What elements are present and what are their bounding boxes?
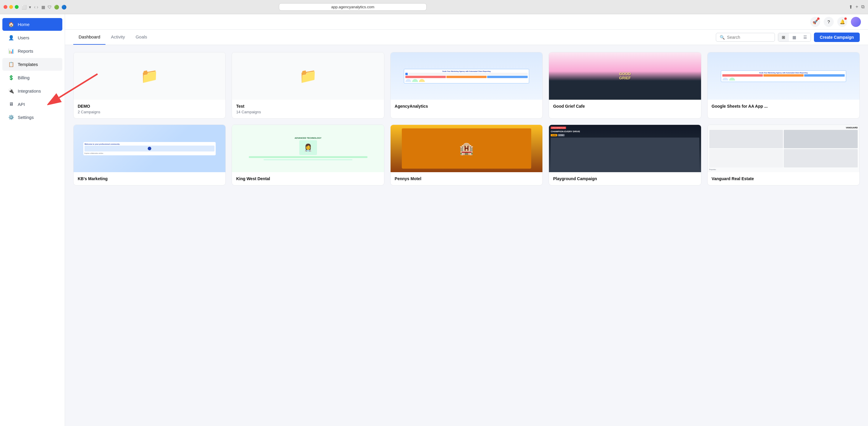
notifications-badge — [844, 18, 847, 20]
sidebar: 🏠 Home 👤 Users 📊 Reports 📋 Templates 💲 B… — [0, 14, 65, 426]
card-title-google: Google Sheets for AA App ... — [712, 104, 855, 109]
sidebar-label-settings: Settings — [18, 115, 34, 120]
goodgrief-text: GOODGRIEF — [619, 72, 631, 81]
sidebar-item-settings[interactable]: ⚙️ Settings — [2, 111, 62, 124]
card-thumb-king: ADVANCED TECHNOLOGY 👩‍⚕️ — [232, 125, 384, 172]
card-body-vanguard: Vanguard Real Estate — [708, 172, 860, 185]
sidebar-label-api: API — [18, 102, 25, 107]
sidebar-item-home[interactable]: 🏠 Home — [2, 18, 62, 31]
traffic-lights — [4, 5, 19, 9]
sidebar-item-reports[interactable]: 📊 Reports — [2, 45, 62, 57]
sidebar-label-users: Users — [18, 35, 29, 40]
sidebar-item-integrations[interactable]: 🔌 Integrations — [2, 85, 62, 97]
folder-icon-test: 📁 — [299, 68, 317, 84]
campaign-card-test[interactable]: 📁 Test 14 Campaigns — [231, 52, 384, 119]
card-title-agency: AgencyAnalytics — [395, 104, 538, 109]
search-area: 🔍 ⊞ ▦ ☰ Create Campaign — [716, 32, 860, 42]
dropdown-icon[interactable]: ▾ — [29, 5, 31, 9]
close-button[interactable] — [4, 5, 7, 9]
card-thumb-google: Scale Your Marketing Agency with Automat… — [708, 52, 860, 100]
card-body-demo: DEMO 2 Campaigns — [73, 100, 225, 118]
campaign-card-kb[interactable]: Welcome to your professional community E… — [73, 124, 226, 186]
rocket-badge — [817, 18, 819, 20]
browser-controls: ⬜ ▾ — [22, 5, 31, 9]
sidebar-label-billing: Billing — [18, 75, 30, 80]
windows-icon[interactable]: ⧉ — [861, 4, 864, 10]
view-list-button[interactable]: ☰ — [800, 33, 811, 41]
card-title-kb: KB's Marketing — [78, 176, 221, 181]
card-thumb-demo: 📁 — [73, 52, 225, 100]
card-title-vanguard: Vanguard Real Estate — [712, 176, 855, 181]
users-icon: 👤 — [8, 35, 14, 40]
app-header: 🚀 ? 🔔 — [65, 14, 868, 30]
sidebar-item-billing[interactable]: 💲 Billing — [2, 71, 62, 84]
integrations-icon: 🔌 — [8, 88, 14, 94]
content-header: Dashboard Activity Goals 🔍 ⊞ ▦ ☰ Create … — [65, 30, 868, 45]
nav-arrows: ‹ › — [34, 4, 38, 10]
card-title-demo: DEMO — [78, 104, 221, 109]
avatar-image — [851, 17, 861, 27]
create-campaign-button[interactable]: Create Campaign — [814, 32, 860, 42]
grid-area: 📁 DEMO 2 Campaigns 📁 Test 14 Campaigns — [65, 45, 868, 426]
campaign-card-demo[interactable]: 📁 DEMO 2 Campaigns — [73, 52, 226, 119]
view-folder-button[interactable]: ▦ — [789, 33, 800, 41]
tab-goals[interactable]: Goals — [130, 30, 152, 45]
campaign-grid: 📁 DEMO 2 Campaigns 📁 Test 14 Campaigns — [73, 52, 860, 186]
address-bar[interactable]: app.agencyanalytics.com — [279, 3, 427, 11]
home-icon: 🏠 — [8, 22, 14, 27]
card-body-test: Test 14 Campaigns — [232, 100, 384, 118]
new-tab-icon[interactable]: + — [856, 4, 858, 10]
user-avatar[interactable] — [851, 17, 861, 27]
forward-icon[interactable]: › — [37, 4, 38, 10]
back-icon[interactable]: ‹ — [34, 4, 35, 10]
sidebar-toggle-icon[interactable]: ⬜ — [22, 5, 27, 9]
share-icon[interactable]: ⬆ — [849, 4, 852, 10]
sidebar-label-home: Home — [18, 22, 30, 27]
card-title-playground: Playground Campaign — [553, 176, 696, 181]
view-toggles: ⊞ ▦ ☰ — [778, 33, 811, 42]
sidebar-item-api[interactable]: 🖥 API — [2, 98, 62, 110]
card-body-google: Google Sheets for AA App ... — [708, 100, 860, 113]
minimize-button[interactable] — [9, 5, 13, 9]
extension-2-icon: 🛡 — [48, 5, 52, 9]
api-icon: 🖥 — [8, 102, 14, 107]
help-button[interactable]: ? — [824, 17, 834, 27]
rocket-button[interactable]: 🚀 — [810, 17, 820, 27]
tab-activity[interactable]: Activity — [105, 30, 130, 45]
tab-dashboard[interactable]: Dashboard — [73, 30, 105, 45]
search-input[interactable] — [727, 35, 771, 40]
extensions: ▦ 🛡 🟢 🔵 — [41, 5, 66, 9]
card-thumb-kb: Welcome to your professional community E… — [73, 125, 225, 172]
sidebar-item-templates[interactable]: 📋 Templates — [2, 58, 62, 71]
reports-icon: 📊 — [8, 48, 14, 54]
sidebar-label-reports: Reports — [18, 49, 33, 54]
card-thumb-goodgrief: GOODGRIEF — [549, 52, 701, 100]
browser-actions: ⬆ + ⧉ — [849, 4, 864, 10]
card-thumb-playground: CHECKERED FLAG CHAMPION EVERY DRIVE 4.19… — [549, 125, 701, 172]
view-grid-button[interactable]: ⊞ — [778, 33, 789, 41]
campaign-card-pennys[interactable]: 🏨 Pennys Motel — [390, 124, 543, 186]
card-count-demo: 2 Campaigns — [78, 110, 221, 114]
card-title-test: Test — [236, 104, 380, 109]
card-body-playground: Playground Campaign — [549, 172, 701, 185]
maximize-button[interactable] — [15, 5, 19, 9]
header-right: 🚀 ? 🔔 — [810, 17, 861, 27]
card-body-kb: KB's Marketing — [73, 172, 225, 185]
card-body-king: King West Dental — [232, 172, 384, 185]
app-layout: 🏠 Home 👤 Users 📊 Reports 📋 Templates 💲 B… — [0, 14, 868, 426]
settings-icon: ⚙️ — [8, 114, 14, 120]
main-content: 🚀 ? 🔔 Dashboard Activity Goals 🔍 — [65, 14, 868, 426]
extension-3-icon: 🟢 — [54, 5, 59, 9]
sidebar-item-users[interactable]: 👤 Users — [2, 31, 62, 44]
search-box[interactable]: 🔍 — [716, 33, 775, 42]
campaign-card-google[interactable]: Scale Your Marketing Agency with Automat… — [707, 52, 860, 119]
campaign-card-vanguard[interactable]: VANGUARD Properties Vanguard Real Estate — [707, 124, 860, 186]
campaign-card-agency[interactable]: Scale Your Marketing Agency with Automat… — [390, 52, 543, 119]
card-title-king: King West Dental — [236, 176, 380, 181]
campaign-card-playground[interactable]: CHECKERED FLAG CHAMPION EVERY DRIVE 4.19… — [549, 124, 701, 186]
templates-icon: 📋 — [8, 61, 14, 67]
card-body-goodgrief: Good Grief Cafe — [549, 100, 701, 113]
campaign-card-king[interactable]: ADVANCED TECHNOLOGY 👩‍⚕️ King West Denta… — [231, 124, 384, 186]
campaign-card-goodgrief[interactable]: GOODGRIEF Good Grief Cafe — [549, 52, 701, 119]
notifications-button[interactable]: 🔔 — [837, 17, 847, 27]
